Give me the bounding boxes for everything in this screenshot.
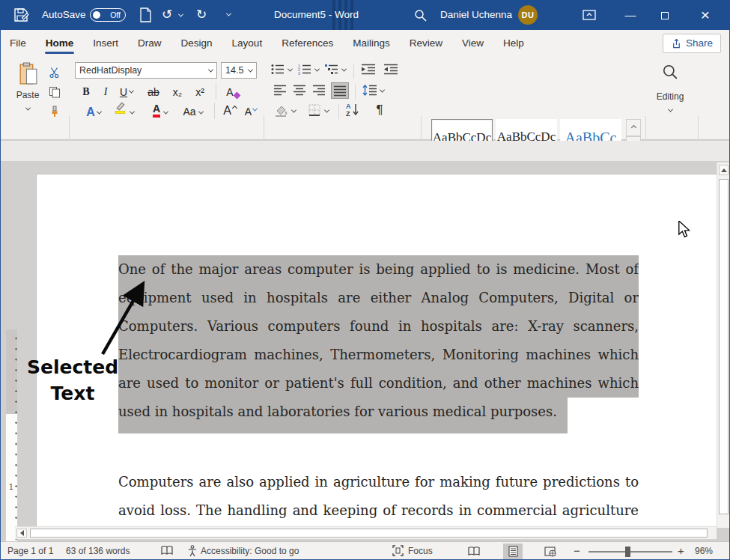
horizontal-scrollbar[interactable] <box>15 526 717 539</box>
justify-button[interactable] <box>331 82 349 99</box>
page-indicator[interactable]: Page 1 of 1 <box>7 542 53 560</box>
justify-icon <box>334 85 347 97</box>
zoom-in-button[interactable]: + <box>678 542 684 560</box>
bullets-chevron-icon[interactable] <box>288 67 293 72</box>
paste-button[interactable]: Paste <box>12 62 43 114</box>
tab-design[interactable]: Design <box>171 30 222 56</box>
zoom-slider-track[interactable] <box>588 551 672 553</box>
zoom-out-button[interactable]: − <box>574 542 580 560</box>
paste-clipboard-icon <box>19 62 37 85</box>
quick-access-more-chevron-icon[interactable] <box>226 11 231 16</box>
font-size-combobox[interactable]: 14.5 <box>221 62 257 79</box>
annotation-arrow <box>59 273 156 359</box>
tab-home[interactable]: Home <box>36 30 84 56</box>
superscript-button[interactable]: x² <box>192 82 208 100</box>
decrease-indent-button[interactable] <box>361 64 376 78</box>
zoom-percentage[interactable]: 96% <box>695 542 713 560</box>
ribbon-display-options-icon[interactable] <box>583 10 596 23</box>
undo-icon[interactable]: ↺ <box>162 0 172 30</box>
multilevel-chevron-icon[interactable] <box>341 67 347 72</box>
vertical-scrollbar-thumb[interactable] <box>719 179 729 514</box>
numbering-chevron-icon[interactable] <box>314 67 320 72</box>
tab-help[interactable]: Help <box>493 30 534 56</box>
document-area: One of the major areas computer is being… <box>0 161 730 541</box>
new-document-icon[interactable] <box>139 7 152 25</box>
italic-button[interactable]: I <box>97 82 114 100</box>
align-center-button[interactable] <box>293 85 306 99</box>
font-color-button[interactable]: A <box>148 101 165 119</box>
horizontal-scrollbar-thumb[interactable] <box>30 529 708 538</box>
tab-file[interactable]: File <box>0 30 36 56</box>
grow-font-button[interactable]: A <box>222 101 238 119</box>
highlight-chevron-icon[interactable] <box>130 109 135 115</box>
proofing-icon[interactable] <box>161 545 173 559</box>
vertical-ruler[interactable]: 1 2 <box>6 329 17 560</box>
align-right-button[interactable] <box>313 85 326 99</box>
document-line: Electrocardiogram machines, Thermometers… <box>118 341 639 369</box>
shrink-font-button[interactable]: A <box>243 101 259 119</box>
increase-indent-button[interactable] <box>383 64 398 78</box>
borders-chevron-icon[interactable] <box>324 108 329 113</box>
bullet-list-icon <box>271 64 285 75</box>
align-left-button[interactable] <box>274 85 287 99</box>
minimize-button[interactable]: — <box>614 0 647 30</box>
read-mode-button[interactable] <box>464 544 484 559</box>
sort-button[interactable]: AZ <box>346 103 361 120</box>
search-icon[interactable] <box>414 9 427 25</box>
focus-icon[interactable] <box>392 545 404 559</box>
subscript-button[interactable]: x₂ <box>169 82 186 100</box>
accessibility-status[interactable]: Accessibility: Good to go <box>201 542 299 560</box>
web-layout-button[interactable] <box>541 544 560 559</box>
strikethrough-button[interactable]: ab <box>145 82 162 100</box>
numbering-button[interactable]: 123 <box>298 64 311 78</box>
font-name-combobox[interactable]: RedHatDisplay <box>75 62 217 79</box>
avatar[interactable]: DU <box>518 5 538 25</box>
redo-icon[interactable]: ↻ <box>196 0 207 30</box>
annotation-selected-label: Selected <box>24 356 121 378</box>
user-name[interactable]: Daniel Uchenna <box>440 0 512 30</box>
button-separator <box>353 64 354 79</box>
clear-formatting-button[interactable]: A <box>225 82 241 100</box>
document-line: equipment used in hospitals are either A… <box>118 284 639 312</box>
word-count[interactable]: 63 of 136 words <box>66 542 130 560</box>
multilevel-list-button[interactable] <box>325 64 338 78</box>
change-case-chevron-icon[interactable] <box>198 109 204 115</box>
save-icon[interactable] <box>13 7 29 26</box>
copy-button[interactable] <box>46 85 63 100</box>
line-spacing-chevron-icon[interactable] <box>380 88 385 93</box>
bullets-button[interactable] <box>271 64 285 78</box>
tab-mailings[interactable]: Mailings <box>343 30 400 56</box>
vertical-scrollbar[interactable] <box>717 162 729 528</box>
line-spacing-button[interactable] <box>362 85 377 99</box>
scroll-left-button[interactable] <box>16 529 27 538</box>
zoom-slider-thumb[interactable] <box>625 547 630 557</box>
undo-dropdown-chevron-icon[interactable] <box>178 12 183 17</box>
autosave-toggle[interactable]: Off <box>90 8 126 22</box>
tab-review[interactable]: Review <box>400 30 452 56</box>
bold-button[interactable]: B <box>78 82 94 100</box>
highlight-button[interactable] <box>114 101 127 117</box>
format-painter-button[interactable] <box>46 104 63 119</box>
tab-references[interactable]: References <box>272 30 343 56</box>
borders-button[interactable] <box>308 104 320 119</box>
maximize-button[interactable] <box>648 0 681 30</box>
tab-insert[interactable]: Insert <box>83 30 128 56</box>
print-layout-button[interactable] <box>503 544 523 559</box>
show-hide-pilcrow-button[interactable]: ¶ <box>371 101 388 119</box>
scroll-up-button[interactable] <box>719 165 729 175</box>
close-button[interactable]: × <box>689 0 722 30</box>
share-button[interactable]: Share <box>663 34 721 53</box>
tab-view[interactable]: View <box>452 30 493 56</box>
focus-label[interactable]: Focus <box>408 542 433 560</box>
shading-chevron-icon[interactable] <box>291 108 296 113</box>
tab-draw[interactable]: Draw <box>128 30 171 56</box>
accessibility-icon[interactable] <box>187 545 198 559</box>
page[interactable]: One of the major areas computer is being… <box>36 174 717 528</box>
styles-scroll-up-button[interactable] <box>626 119 641 136</box>
align-right-icon <box>313 85 326 96</box>
shading-button[interactable] <box>274 104 288 120</box>
cut-button[interactable] <box>46 65 63 80</box>
change-case-button[interactable]: Aa <box>181 101 198 119</box>
editing-button[interactable]: Editing <box>651 64 689 115</box>
tab-layout[interactable]: Layout <box>222 30 273 56</box>
